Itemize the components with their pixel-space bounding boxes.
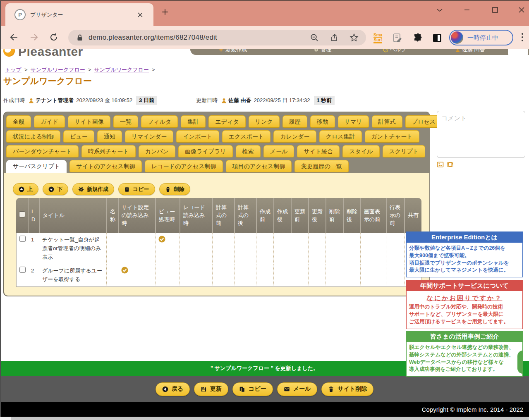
browser-tab[interactable]: P プリザンター: [5, 3, 153, 26]
window-maximize-icon[interactable]: [491, 6, 499, 14]
settings-tab[interactable]: リンク: [249, 115, 280, 128]
list-toolbar-button[interactable]: 新規作成: [72, 183, 114, 195]
horizontal-scrollbar[interactable]: [0, 417, 529, 420]
window-close-icon[interactable]: [517, 6, 526, 14]
copyright: Copyright © Implem Inc. 2014 - 2022: [0, 402, 529, 417]
select-all-checkbox[interactable]: [19, 211, 25, 217]
promo-text: 運用中のトラブル対応や、開発時の技術 サポートなど、プリザンターを最大限に ご活…: [409, 303, 520, 325]
bookmark-star-icon[interactable]: [349, 33, 359, 42]
settings-tab[interactable]: スタイル: [342, 145, 379, 158]
settings-tab[interactable]: ガントチャート: [365, 130, 419, 143]
table-row[interactable]: 1チケット一覧_自身が起票者or管理者の明細のみ表示: [16, 233, 421, 264]
settings-tab[interactable]: 通知: [97, 130, 122, 143]
settings-tab[interactable]: フィルタ: [141, 115, 178, 128]
settings-tab[interactable]: ビュー: [63, 130, 94, 143]
promo-box[interactable]: 皆さまの活用事例ご紹介脱エクセルやエクセル連携などの業務改善、 基幹システムなど…: [406, 331, 523, 377]
side-panel-icon[interactable]: [432, 33, 443, 43]
settings-tab[interactable]: 画像ライブラリ: [178, 145, 233, 158]
settings-tab[interactable]: 変更履歴の一覧: [294, 160, 348, 172]
settings-tab[interactable]: リマインダー: [125, 130, 174, 143]
row-cell: [212, 264, 234, 287]
url-bar[interactable]: demo.pleasanter.org/items/6827048/edit: [68, 30, 366, 45]
list-toolbar-button[interactable]: 削除: [159, 183, 190, 195]
settings-tab[interactable]: 全般: [6, 115, 31, 128]
promo-box[interactable]: 年間サポートサービスについてなにかお困りですか？運用中のトラブル対応や、開発時の…: [406, 280, 523, 329]
settings-tab[interactable]: 履歴: [282, 115, 307, 128]
column-header: レコード読み込み時: [180, 198, 212, 233]
pleasanter-logo-icon: [3, 49, 15, 57]
updated-datetime: 2022/09/25 日 17:34:32: [254, 97, 310, 104]
comment-input[interactable]: [437, 111, 525, 158]
notes-extension-icon[interactable]: [392, 33, 403, 43]
window-minimize-icon[interactable]: [463, 6, 471, 14]
header-search-box[interactable]: [508, 49, 528, 55]
settings-tab[interactable]: 計算式: [372, 115, 402, 128]
breadcrumb-link[interactable]: トップ: [5, 67, 22, 73]
settings-tab[interactable]: ガイド: [34, 115, 65, 128]
top-menu-item[interactable]: 新規作成: [218, 49, 247, 53]
settings-tab[interactable]: 一覧: [113, 115, 138, 128]
footer-button[interactable]: サイト削除: [321, 382, 373, 396]
top-menu-item[interactable]: 佐藤 由香: [455, 49, 485, 53]
extensions-puzzle-icon[interactable]: [413, 33, 424, 43]
row-checkbox[interactable]: [19, 267, 26, 273]
settings-tab[interactable]: スクリプト: [383, 145, 426, 158]
breadcrumb-link[interactable]: サンプルワークフロー: [31, 67, 85, 73]
profile-button[interactable]: 一時停止中: [449, 30, 513, 45]
settings-tab[interactable]: 時系列チャート: [81, 145, 136, 158]
settings-tab[interactable]: レコードのアクセス制御: [145, 160, 223, 172]
settings-tab[interactable]: カンバン: [139, 145, 175, 158]
image-icon[interactable]: [437, 161, 444, 168]
new-tab-button[interactable]: [161, 8, 169, 16]
settings-tab[interactable]: バーンダウンチャート: [6, 145, 79, 158]
footer-button[interactable]: コピー: [232, 382, 273, 396]
settings-tab[interactable]: インポート: [176, 130, 219, 143]
pleasanter-logo[interactable]: Pleasanter: [2, 49, 102, 58]
zoom-out-icon[interactable]: [310, 33, 319, 42]
top-menu-item[interactable]: ヘルプ: [383, 49, 407, 53]
footer-button[interactable]: メール: [277, 382, 318, 396]
settings-tab[interactable]: エディタ: [208, 115, 245, 128]
column-header: タイトル: [39, 198, 106, 233]
breadcrumb-link[interactable]: サンプルワークフロー: [94, 67, 149, 73]
settings-tab[interactable]: カレンダー: [273, 130, 316, 143]
url-text[interactable]: demo.pleasanter.org/items/6827048/edit: [89, 33, 299, 42]
forward-icon[interactable]: [29, 32, 39, 42]
row-checkbox[interactable]: [19, 236, 26, 242]
back-icon[interactable]: [9, 32, 19, 42]
mail-icon: [284, 386, 290, 392]
footer-button[interactable]: 戻る: [156, 382, 190, 396]
list-toolbar-button[interactable]: コピー: [118, 183, 155, 195]
settings-tab[interactable]: 項目のアクセス制御: [226, 160, 292, 172]
footer-button[interactable]: 更新: [194, 382, 228, 396]
browser-menu-icon[interactable]: [522, 33, 523, 43]
window-chevron-icon[interactable]: [436, 6, 444, 14]
promo-box[interactable]: Enterprise Editionとは分類や数値など各項目A～Zまでの26個を…: [406, 231, 523, 277]
row-id: 1: [28, 233, 39, 264]
table-row[interactable]: 2グループに所属するユーザーを取得する: [16, 264, 421, 287]
smasurf-extension-icon[interactable]: SmaSurf: [373, 33, 382, 43]
settings-tab[interactable]: サーバスクリプト: [6, 160, 67, 173]
promo-carousel-bubble: [517, 351, 523, 374]
reload-icon[interactable]: [49, 32, 59, 42]
settings-tab[interactable]: クロス集計: [319, 130, 362, 143]
tab-close-icon[interactable]: [137, 12, 144, 18]
settings-tab[interactable]: 状況による制御: [6, 130, 60, 143]
settings-tab[interactable]: サマリ: [338, 115, 369, 128]
film-icon[interactable]: [447, 161, 454, 168]
list-toolbar-button[interactable]: 下: [43, 183, 68, 195]
row-cell: [155, 233, 180, 264]
share-icon[interactable]: [330, 33, 339, 42]
scrollbar-thumb[interactable]: [0, 417, 11, 420]
settings-tab[interactable]: メール: [263, 145, 294, 158]
settings-tab[interactable]: 検索: [236, 145, 261, 158]
settings-tab[interactable]: サイト画像: [68, 115, 110, 128]
settings-tab[interactable]: サイトのアクセス制御: [69, 160, 142, 172]
list-toolbar-button[interactable]: 上: [13, 183, 38, 195]
settings-tab[interactable]: 移動: [310, 115, 335, 128]
settings-tab[interactable]: サイト統合: [297, 145, 340, 158]
column-header: サイト設定の読み込み時: [118, 198, 155, 233]
settings-tab[interactable]: 集計: [181, 115, 206, 128]
settings-tab[interactable]: エクスポート: [222, 130, 271, 143]
top-menu-item[interactable]: 管理: [314, 49, 331, 53]
